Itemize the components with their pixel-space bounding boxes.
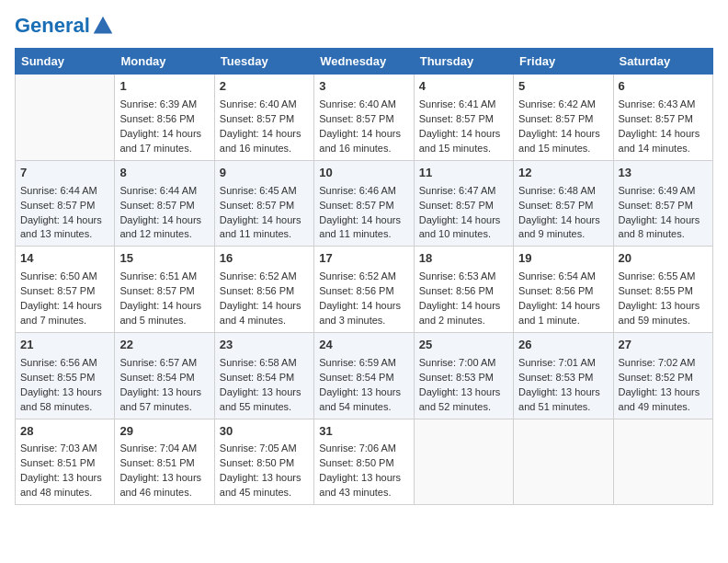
calendar-cell: 18Sunrise: 6:53 AMSunset: 8:56 PMDayligh… [414, 247, 513, 333]
day-number: 1 [119, 78, 209, 96]
sunrise: Sunrise: 6:45 AM [220, 185, 297, 196]
week-row: 14Sunrise: 6:50 AMSunset: 8:57 PMDayligh… [16, 247, 713, 333]
day-number: 20 [619, 250, 708, 268]
sunset: Sunset: 8:57 PM [220, 200, 294, 211]
sunset: Sunset: 8:56 PM [119, 113, 194, 124]
calendar-cell: 17Sunrise: 6:52 AMSunset: 8:56 PMDayligh… [314, 247, 414, 333]
sunset: Sunset: 8:51 PM [119, 457, 194, 468]
sunrise: Sunrise: 6:57 AM [119, 357, 197, 368]
day-number: 8 [119, 165, 209, 182]
calendar-cell: 10Sunrise: 6:46 AMSunset: 8:57 PMDayligh… [314, 160, 414, 247]
daylight: Daylight: 13 hours and 48 minutes. [20, 472, 102, 498]
sunset: Sunset: 8:57 PM [319, 113, 393, 124]
calendar-cell: 14Sunrise: 6:50 AMSunset: 8:57 PMDayligh… [16, 247, 115, 333]
day-number: 16 [220, 250, 309, 268]
calendar-cell [514, 419, 613, 505]
calendar-cell: 9Sunrise: 6:45 AMSunset: 8:57 PMDaylight… [214, 160, 313, 247]
daylight: Daylight: 14 hours and 14 minutes. [619, 128, 700, 154]
daylight: Daylight: 13 hours and 51 minutes. [518, 386, 600, 412]
col-header-saturday: Saturday [613, 49, 712, 75]
sunrise: Sunrise: 6:51 AM [119, 270, 197, 282]
day-number: 13 [619, 165, 708, 182]
sunset: Sunset: 8:53 PM [419, 372, 494, 383]
sunrise: Sunrise: 6:44 AM [119, 185, 197, 196]
day-number: 24 [319, 337, 408, 354]
day-number: 29 [119, 423, 209, 441]
sunrise: Sunrise: 6:55 AM [619, 270, 696, 282]
page-header: General [15, 15, 713, 37]
calendar-cell: 29Sunrise: 7:04 AMSunset: 8:51 PMDayligh… [115, 419, 214, 505]
daylight: Daylight: 13 hours and 45 minutes. [220, 472, 301, 498]
day-number: 6 [619, 78, 708, 96]
calendar-cell: 22Sunrise: 6:57 AMSunset: 8:54 PMDayligh… [115, 332, 214, 419]
day-number: 17 [319, 250, 408, 268]
day-number: 30 [220, 423, 309, 441]
calendar-cell: 23Sunrise: 6:58 AMSunset: 8:54 PMDayligh… [214, 332, 313, 419]
col-header-sunday: Sunday [16, 49, 115, 75]
sunrise: Sunrise: 7:03 AM [20, 442, 97, 454]
svg-marker-0 [94, 17, 113, 34]
col-header-monday: Monday [115, 49, 214, 75]
sunrise: Sunrise: 6:41 AM [419, 98, 496, 109]
sunrise: Sunrise: 6:48 AM [518, 185, 596, 196]
daylight: Daylight: 13 hours and 59 minutes. [619, 300, 700, 326]
sunset: Sunset: 8:56 PM [220, 285, 294, 296]
day-number: 4 [419, 78, 508, 96]
calendar-cell: 19Sunrise: 6:54 AMSunset: 8:56 PMDayligh… [514, 247, 613, 333]
daylight: Daylight: 13 hours and 55 minutes. [220, 386, 301, 412]
calendar-cell: 2Sunrise: 6:40 AMSunset: 8:57 PMDaylight… [214, 75, 313, 161]
daylight: Daylight: 14 hours and 5 minutes. [119, 300, 201, 326]
daylight: Daylight: 14 hours and 10 minutes. [419, 214, 501, 240]
day-number: 14 [20, 250, 109, 268]
day-number: 31 [319, 423, 408, 441]
daylight: Daylight: 13 hours and 49 minutes. [619, 386, 700, 412]
week-row: 21Sunrise: 6:56 AMSunset: 8:55 PMDayligh… [16, 332, 713, 419]
day-number: 2 [220, 78, 309, 96]
daylight: Daylight: 14 hours and 11 minutes. [220, 214, 301, 240]
day-number: 15 [119, 250, 209, 268]
calendar-cell: 30Sunrise: 7:05 AMSunset: 8:50 PMDayligh… [214, 419, 313, 505]
sunrise: Sunrise: 7:01 AM [518, 357, 596, 368]
logo-text: General [15, 15, 90, 37]
day-number: 23 [220, 337, 309, 354]
sunset: Sunset: 8:50 PM [220, 457, 294, 468]
sunrise: Sunrise: 6:52 AM [319, 270, 396, 282]
day-number: 3 [319, 78, 408, 96]
sunrise: Sunrise: 6:40 AM [319, 98, 396, 109]
sunset: Sunset: 8:57 PM [20, 285, 95, 296]
sunrise: Sunrise: 6:54 AM [518, 270, 596, 282]
calendar-cell: 27Sunrise: 7:02 AMSunset: 8:52 PMDayligh… [613, 332, 712, 419]
sunrise: Sunrise: 7:02 AM [619, 357, 696, 368]
sunset: Sunset: 8:54 PM [220, 372, 294, 383]
daylight: Daylight: 13 hours and 52 minutes. [419, 386, 501, 412]
calendar-cell: 24Sunrise: 6:59 AMSunset: 8:54 PMDayligh… [314, 332, 414, 419]
calendar-cell [414, 419, 513, 505]
calendar-cell: 7Sunrise: 6:44 AMSunset: 8:57 PMDaylight… [16, 160, 115, 247]
day-number: 19 [518, 250, 608, 268]
day-number: 9 [220, 165, 309, 182]
sunset: Sunset: 8:53 PM [518, 372, 593, 383]
sunrise: Sunrise: 6:53 AM [419, 270, 496, 282]
daylight: Daylight: 14 hours and 7 minutes. [20, 300, 102, 326]
col-header-thursday: Thursday [414, 49, 513, 75]
daylight: Daylight: 13 hours and 54 minutes. [319, 386, 401, 412]
sunset: Sunset: 8:57 PM [518, 113, 593, 124]
sunset: Sunset: 8:52 PM [619, 372, 693, 383]
daylight: Daylight: 13 hours and 58 minutes. [20, 386, 102, 412]
calendar-cell: 26Sunrise: 7:01 AMSunset: 8:53 PMDayligh… [514, 332, 613, 419]
sunrise: Sunrise: 6:47 AM [419, 185, 496, 196]
day-number: 25 [419, 337, 508, 354]
sunset: Sunset: 8:54 PM [119, 372, 194, 383]
calendar-cell: 25Sunrise: 7:00 AMSunset: 8:53 PMDayligh… [414, 332, 513, 419]
calendar-cell: 1Sunrise: 6:39 AMSunset: 8:56 PMDaylight… [115, 75, 214, 161]
sunset: Sunset: 8:57 PM [319, 200, 393, 211]
daylight: Daylight: 14 hours and 17 minutes. [119, 128, 201, 154]
day-number: 5 [518, 78, 608, 96]
sunset: Sunset: 8:57 PM [619, 200, 693, 211]
sunset: Sunset: 8:57 PM [419, 113, 494, 124]
daylight: Daylight: 13 hours and 43 minutes. [319, 472, 401, 498]
calendar-cell: 21Sunrise: 6:56 AMSunset: 8:55 PMDayligh… [16, 332, 115, 419]
sunset: Sunset: 8:56 PM [319, 285, 393, 296]
sunset: Sunset: 8:57 PM [20, 200, 95, 211]
sunset: Sunset: 8:57 PM [220, 113, 294, 124]
